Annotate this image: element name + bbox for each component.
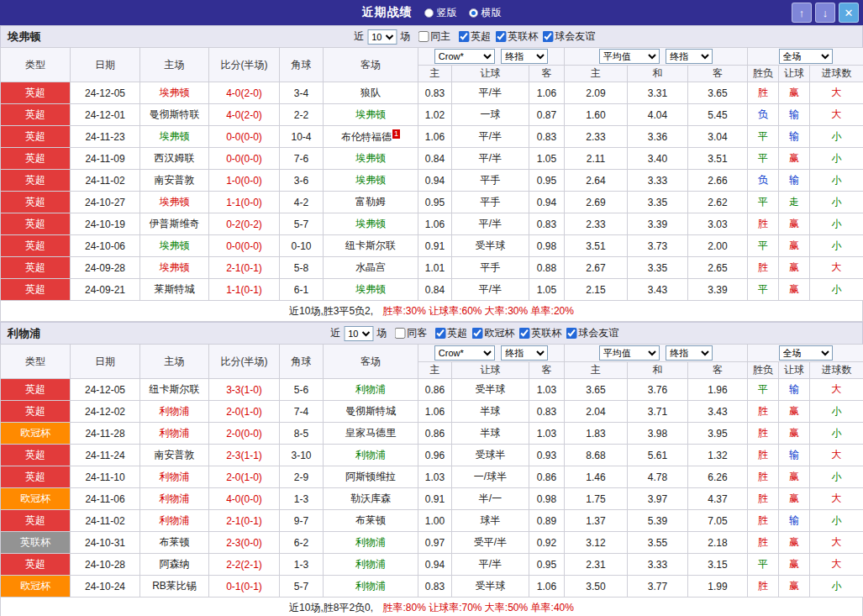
- euro-draw-odds: 3.77: [628, 576, 688, 598]
- score: 2-0(0-0): [209, 423, 280, 445]
- window-buttons: ↑ ↓ ✕: [792, 3, 859, 23]
- same-venue-filter[interactable]: 同主: [418, 29, 450, 44]
- competition-filter[interactable]: 英超: [458, 29, 491, 44]
- competition-checkbox[interactable]: [434, 328, 445, 339]
- asian-home-odds: 0.86: [418, 423, 452, 445]
- score: 0-0(0-0): [209, 126, 280, 148]
- same-venue-checkbox[interactable]: [418, 31, 429, 42]
- competition-label: 球会友谊: [555, 29, 595, 44]
- scope-select[interactable]: 全场: [779, 345, 833, 361]
- filter-controls: 近 10 场 同主 英超英联杯球会友谊: [354, 29, 595, 45]
- competition-filter[interactable]: 欧冠杯: [471, 326, 514, 340]
- asian-away-odds: 1.06: [529, 576, 565, 598]
- match-date: 24-11-02: [71, 170, 140, 192]
- competition-filter[interactable]: 球会友谊: [566, 326, 618, 340]
- competition-filter[interactable]: 英联杯: [518, 326, 561, 340]
- layout-option-vertical[interactable]: 竖版: [424, 6, 457, 20]
- same-venue-filter[interactable]: 同客: [394, 326, 427, 340]
- league-badge: 英超: [1, 466, 71, 488]
- result-outcome: 平: [748, 554, 779, 576]
- asian-away-odds: 1.03: [529, 423, 565, 445]
- asian-handicap: 平/半: [452, 126, 529, 148]
- euro-home-odds: 1.37: [565, 510, 628, 532]
- asian-home-odds: 0.83: [418, 576, 452, 598]
- summary-line: 近10场,胜8平2负0, 胜率:80% 让球率:70% 大率:50% 单率:40…: [0, 598, 863, 616]
- near-label: 近: [330, 326, 340, 340]
- move-up-button[interactable]: ↑: [792, 3, 812, 23]
- match-count-select[interactable]: 10: [344, 326, 373, 341]
- competition-checkbox[interactable]: [542, 31, 553, 42]
- asian-home-odds: 0.94: [418, 170, 452, 192]
- asian-handicap: 平手: [452, 257, 529, 279]
- final-index-select[interactable]: 终指: [501, 345, 548, 361]
- competition-checkbox[interactable]: [518, 328, 529, 339]
- match-row: 英超24-11-23埃弗顿0-0(0-0)10-4布伦特福德11.06平/半0.…: [1, 126, 863, 148]
- euro-home-odds: 2.11: [565, 148, 628, 170]
- competition-filter[interactable]: 球会友谊: [542, 29, 595, 44]
- same-venue-checkbox[interactable]: [394, 328, 405, 339]
- average-select[interactable]: 平均值: [599, 49, 660, 64]
- competition-label: 英联杯: [508, 29, 538, 44]
- asian-home-odds: 0.94: [418, 554, 452, 576]
- score: 3-3(1-0): [209, 379, 280, 401]
- col-header-euro-home: 主: [565, 362, 628, 379]
- corners: 3-6: [280, 170, 324, 192]
- competition-filter[interactable]: 英超: [434, 326, 467, 340]
- bookmaker-select[interactable]: Crow*: [434, 49, 495, 64]
- radio-selected-icon[interactable]: [469, 8, 478, 18]
- bookmaker-select[interactable]: Crow*: [434, 345, 495, 361]
- result-outcome: 平: [748, 235, 779, 257]
- result-handicap: 赢: [779, 148, 810, 170]
- euro-draw-odds: 3.39: [628, 213, 688, 235]
- close-button[interactable]: ✕: [839, 3, 859, 23]
- away-team: 曼彻斯特城: [324, 401, 418, 423]
- result-handicap: 赢: [779, 554, 810, 576]
- competition-checkbox[interactable]: [495, 31, 506, 42]
- competition-checkbox[interactable]: [458, 31, 469, 42]
- scope-select[interactable]: 全场: [779, 49, 833, 64]
- result-scope-header: 全场: [748, 345, 863, 362]
- score: 2-0(1-0): [209, 466, 280, 488]
- league-badge: 英超: [1, 213, 71, 235]
- result-scope-header: 全场: [748, 48, 863, 66]
- corners: 4-2: [280, 192, 324, 213]
- match-date: 24-12-01: [71, 104, 140, 126]
- col-header-corners: 角球: [280, 345, 324, 379]
- competition-checkbox[interactable]: [471, 328, 482, 339]
- corners: 6-1: [280, 279, 324, 301]
- result-handicap: 赢: [779, 423, 810, 445]
- col-header-goals: 进球数: [810, 362, 863, 379]
- match-count-select[interactable]: 10: [367, 29, 397, 45]
- match-date: 24-10-24: [71, 576, 140, 598]
- euro-away-odds: 2.62: [688, 192, 748, 213]
- final-index-select[interactable]: 终指: [666, 345, 713, 361]
- home-team: 阿森纳: [140, 554, 209, 576]
- asian-odds-header: Crow* 终指: [418, 48, 565, 66]
- match-row: 英超24-10-19伊普斯维奇0-2(0-2)5-7埃弗顿1.06平/半0.83…: [1, 213, 863, 235]
- competition-checkbox[interactable]: [566, 328, 576, 339]
- euro-draw-odds: 3.33: [628, 170, 688, 192]
- competition-filter[interactable]: 英联杯: [495, 29, 538, 44]
- move-down-button[interactable]: ↓: [815, 3, 835, 23]
- league-badge: 英超: [1, 126, 71, 148]
- final-index-select[interactable]: 终指: [501, 49, 548, 64]
- match-row: 英联杯24-10-31布莱顿2-3(0-0)6-2利物浦0.97受平/半0.92…: [1, 532, 863, 554]
- asian-handicap: 受半球: [452, 235, 529, 257]
- competition-label: 球会友谊: [578, 326, 618, 340]
- asian-handicap: 受球半: [452, 445, 529, 466]
- corners: 10-4: [280, 126, 324, 148]
- average-select[interactable]: 平均值: [599, 345, 660, 361]
- radio-unselected-icon[interactable]: [424, 8, 434, 18]
- euro-home-odds: 8.68: [565, 445, 628, 466]
- match-date: 24-12-02: [71, 401, 140, 423]
- result-goals: 大: [810, 554, 863, 576]
- home-team: 布莱顿: [140, 532, 209, 554]
- layout-option-horizontal[interactable]: 横版: [469, 6, 502, 20]
- final-index-select[interactable]: 终指: [666, 49, 713, 64]
- asian-handicap: 受半球: [452, 576, 529, 598]
- home-team: RB莱比锡: [140, 576, 209, 598]
- result-outcome: 胜: [748, 257, 779, 279]
- corners: 9-7: [280, 510, 324, 532]
- euro-draw-odds: 3.36: [628, 126, 688, 148]
- asian-away-odds: 0.83: [529, 213, 565, 235]
